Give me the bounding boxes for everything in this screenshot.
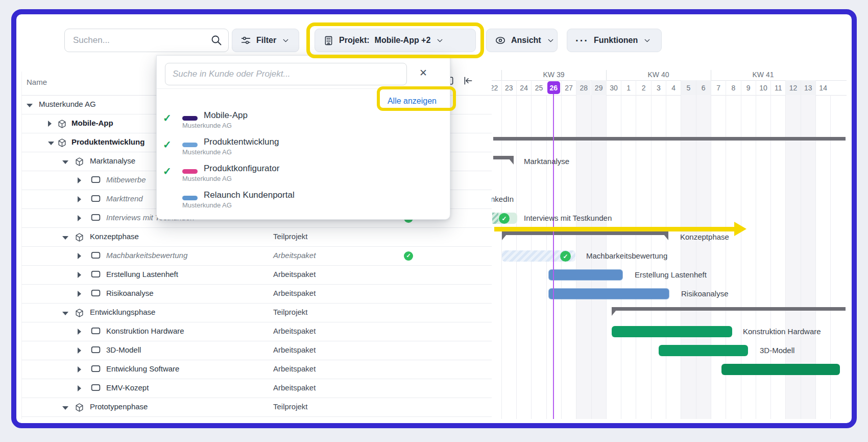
- task-type: Arbeitspaket: [273, 327, 316, 335]
- day-cell: 24: [516, 80, 531, 95]
- app-window: Filter Projekt: Mobile-App +2 Ansicht ··…: [0, 0, 868, 442]
- project-dropdown-item[interactable]: Relaunch KundenportalMusterkunde AG: [157, 188, 451, 214]
- gantt-summary-bar[interactable]: [493, 137, 846, 141]
- project-dropdown-item[interactable]: ✓Mobile-AppMusterkunde AG: [157, 108, 451, 134]
- annotation-arrow-line: [494, 227, 735, 231]
- caret-right-icon[interactable]: [78, 272, 81, 278]
- gantt-bar-label: Interviews mit Testkunden: [524, 214, 612, 222]
- caret-down-icon[interactable]: [62, 312, 68, 315]
- project-color-pill: [182, 196, 198, 200]
- day-cell: 13: [801, 80, 815, 95]
- column-header-name: Name: [27, 78, 47, 86]
- task-name: Entwicklungsphase: [90, 308, 155, 316]
- table-row[interactable]: Konstruktion HardwareArbeitspaket: [21, 322, 492, 341]
- caret-down-icon[interactable]: [62, 160, 68, 164]
- project-filter-button[interactable]: Projekt: Mobile-App +2: [315, 29, 476, 52]
- work-package-icon: [91, 176, 101, 185]
- check-icon: ✓: [163, 112, 172, 124]
- gantt-bar[interactable]: [721, 364, 840, 375]
- caret-right-icon[interactable]: [78, 385, 81, 391]
- project-cube-icon: [75, 403, 84, 414]
- day-cell: 8: [726, 80, 740, 95]
- task-name: Entwicklung Software: [106, 364, 179, 373]
- filter-button[interactable]: Filter: [232, 29, 299, 52]
- task-type: Arbeitspaket: [273, 289, 316, 297]
- project-search-input[interactable]: [165, 63, 407, 85]
- task-type: Teilprojekt: [273, 308, 308, 316]
- search-icon: [210, 34, 223, 46]
- task-type: Arbeitspaket: [273, 251, 316, 260]
- table-row[interactable]: Erstellung LastenheftArbeitspaket: [21, 266, 492, 285]
- filter-label: Filter: [256, 36, 276, 45]
- caret-right-icon[interactable]: [78, 366, 81, 373]
- collapse-left-icon[interactable]: [463, 76, 474, 86]
- close-icon[interactable]: ✕: [419, 67, 427, 79]
- gantt-bar[interactable]: [659, 345, 748, 356]
- caret-right-icon[interactable]: [78, 347, 81, 354]
- task-type: Arbeitspaket: [273, 270, 316, 278]
- caret-right-icon[interactable]: [78, 329, 81, 335]
- gantt-bar[interactable]: [548, 288, 669, 299]
- week-separator: [606, 70, 607, 80]
- caret-right-icon[interactable]: [78, 215, 81, 221]
- task-type: Arbeitspaket: [273, 345, 316, 354]
- status-badge: ✓: [499, 213, 510, 224]
- gantt-bar[interactable]: [612, 326, 732, 337]
- project-dropdown-item[interactable]: ✓ProduktentwicklungMusterkunde AG: [157, 134, 451, 161]
- week-separator: [711, 70, 711, 80]
- table-row[interactable]: Entwicklung SoftwareArbeitspaket: [21, 360, 492, 379]
- day-cell: 6: [696, 80, 711, 95]
- gantt-chart: KW 39KW 40KW 412223242526272829301234567…: [492, 66, 847, 419]
- table-row[interactable]: KonzeptphaseTeilprojekt: [21, 228, 492, 247]
- caret-right-icon[interactable]: [78, 177, 81, 183]
- task-name: Konzeptphase: [90, 232, 139, 241]
- project-dropdown-item[interactable]: ✓ProduktkonfiguratorMusterkunde AG: [157, 161, 451, 188]
- work-package-icon: [91, 365, 101, 375]
- caret-down-icon[interactable]: [62, 406, 68, 410]
- day-cell: 23: [501, 80, 516, 95]
- search-input[interactable]: [64, 29, 229, 52]
- caret-down-icon[interactable]: [27, 104, 33, 107]
- summary-foot-left: [502, 235, 507, 240]
- gantt-bar[interactable]: [548, 269, 623, 281]
- gantt-bar-label: Erstellung Lastenheft: [635, 270, 707, 279]
- summary-foot-left: [612, 310, 616, 316]
- table-row[interactable]: RisikoanalyseArbeitspaket: [21, 285, 492, 304]
- work-package-icon: [91, 214, 101, 223]
- week-label: KW 40: [647, 71, 669, 79]
- show-all-link[interactable]: Alle anzeigen: [388, 97, 437, 106]
- caret-right-icon[interactable]: [78, 291, 81, 297]
- table-row[interactable]: EntwicklungsphaseTeilprojekt: [21, 304, 492, 322]
- caret-down-icon[interactable]: [48, 142, 54, 145]
- gantt-bar-label: Risikoanalyse: [681, 289, 729, 298]
- functions-label: Funktionen: [594, 36, 638, 45]
- table-row[interactable]: 3D-ModellArbeitspaket: [21, 341, 492, 360]
- day-cell: 2: [636, 80, 650, 95]
- project-filter-label: Projekt:: [339, 36, 370, 45]
- functions-button[interactable]: ··· Funktionen: [567, 29, 662, 52]
- bar-progress-stripe: [492, 213, 498, 224]
- gantt-summary-bar[interactable]: [502, 231, 668, 235]
- task-name: Mobile-App: [71, 119, 113, 127]
- project-filter-dropdown: ✕ Alle anzeigen ✓Mobile-AppMusterkunde A…: [156, 55, 450, 220]
- caret-right-icon[interactable]: [48, 121, 52, 127]
- day-cell: 25: [531, 80, 546, 95]
- work-package-icon: [91, 270, 101, 280]
- table-row[interactable]: MachbarkeitsbewertungArbeitspaket✓: [21, 247, 492, 266]
- caret-right-icon[interactable]: [78, 196, 81, 202]
- status-badge: ✓: [560, 251, 571, 262]
- day-cell: 5: [681, 80, 695, 95]
- project-cube-icon: [75, 232, 84, 244]
- caret-down-icon[interactable]: [62, 236, 68, 240]
- gantt-bar-label: Konstruktion Hardware: [743, 327, 821, 336]
- chevron-down-icon: [643, 36, 652, 45]
- day-cell: 22: [492, 80, 501, 95]
- project-cube-icon: [75, 157, 84, 169]
- summary-foot-right: [509, 159, 514, 165]
- table-row[interactable]: EMV-KozeptArbeitspaket: [21, 379, 492, 398]
- table-row[interactable]: PrototypenphaseTeilprojekt: [21, 398, 492, 417]
- caret-right-icon[interactable]: [78, 253, 81, 259]
- view-button[interactable]: Ansicht: [486, 29, 558, 52]
- gantt-summary-bar[interactable]: [612, 307, 846, 311]
- project-filter-value: Mobile-App +2: [375, 36, 431, 45]
